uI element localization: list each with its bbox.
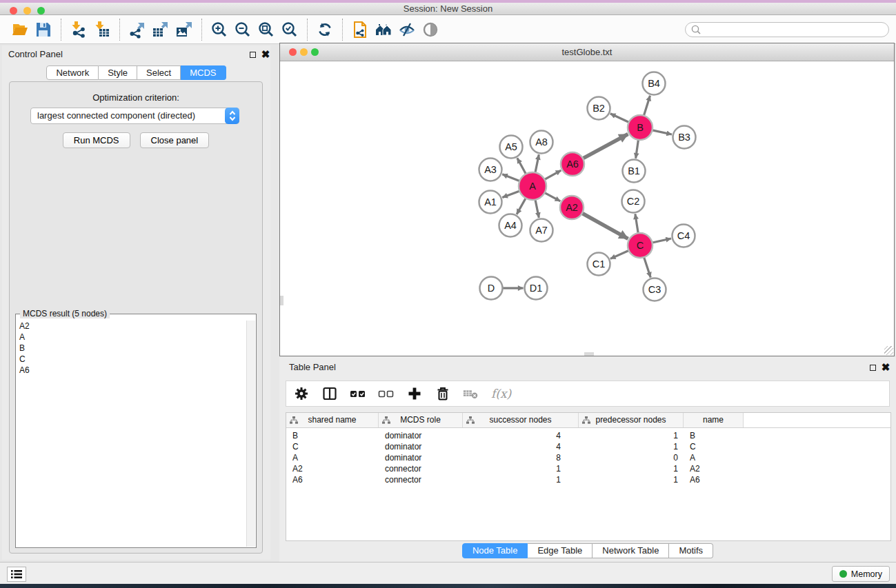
node-D[interactable]: D — [480, 277, 503, 300]
node-A6[interactable]: A6 — [561, 152, 584, 176]
node-B1[interactable]: B1 — [623, 160, 646, 183]
node-table[interactable]: shared nameMCDS rolesuccessor nodesprede… — [286, 412, 891, 541]
cell-shared-name[interactable]: A6 — [286, 474, 379, 485]
cell-name[interactable]: A6 — [684, 474, 744, 485]
cell-predecessor-nodes[interactable]: 1 — [579, 463, 684, 474]
edge-C-C2[interactable] — [635, 214, 639, 234]
node-B3[interactable]: B3 — [673, 126, 696, 149]
delete-table-icon[interactable] — [463, 385, 479, 402]
import-table-icon[interactable] — [90, 18, 114, 41]
mcds-result-list[interactable]: A2ABCA6 — [17, 321, 246, 547]
mcds-result-item[interactable]: A — [17, 332, 246, 343]
edge-A-A7[interactable] — [535, 199, 539, 218]
window-titlebar[interactable]: Session: New Session — [0, 3, 896, 15]
memory-button[interactable]: Memory — [832, 566, 890, 582]
edge-C-C1[interactable] — [610, 250, 630, 258]
cell-successor-nodes[interactable]: 4 — [463, 441, 579, 452]
column-header-predecessor-nodes[interactable]: predecessor nodes — [579, 413, 684, 427]
edge-A-A2[interactable] — [544, 192, 561, 201]
cell-shared-name[interactable]: B — [286, 430, 379, 441]
node-A1[interactable]: A1 — [479, 191, 502, 214]
node-A4[interactable]: A4 — [499, 214, 522, 237]
cell-name[interactable]: B — [684, 430, 744, 441]
table-row[interactable]: A2connector11A2 — [286, 463, 890, 474]
edge-C-C4[interactable] — [652, 239, 671, 243]
edge-A6-B[interactable] — [582, 134, 628, 159]
edge-A2-C[interactable] — [581, 213, 628, 239]
edge-A-A1[interactable] — [502, 191, 520, 198]
new-network-from-selection-icon[interactable] — [348, 18, 372, 41]
node-A3[interactable]: A3 — [479, 159, 502, 181]
close-panel-icon[interactable]: ✖ — [261, 50, 270, 59]
tab-network[interactable]: Network — [46, 65, 99, 80]
node-A7[interactable]: A7 — [530, 219, 553, 242]
show-graphics-details-icon[interactable] — [419, 18, 442, 41]
zoom-fit-icon[interactable] — [255, 18, 278, 41]
column-header-MCDS-role[interactable]: MCDS role — [379, 413, 463, 427]
edge-A-A3[interactable] — [502, 174, 520, 181]
cell-shared-name[interactable]: C — [286, 441, 379, 452]
edge-A-A4[interactable] — [517, 198, 526, 214]
run-mcds-button[interactable]: Run MCDS — [63, 132, 130, 148]
cell-successor-nodes[interactable]: 1 — [463, 463, 579, 474]
cell-MCDS-role[interactable]: dominator — [379, 452, 463, 463]
table-tab-node-table[interactable]: Node Table — [462, 543, 528, 558]
node-A2[interactable]: A2 — [560, 196, 584, 219]
first-neighbors-icon[interactable] — [372, 18, 395, 41]
node-B[interactable]: B — [628, 115, 653, 140]
cell-predecessor-nodes[interactable]: 1 — [579, 474, 684, 485]
save-session-icon[interactable] — [32, 18, 55, 41]
task-history-button[interactable] — [7, 567, 26, 582]
table-row[interactable]: Adominator80A — [286, 452, 890, 463]
column-header-shared-name[interactable]: shared name — [286, 413, 379, 427]
select-all-checkboxes-icon[interactable] — [350, 385, 366, 402]
float-table-panel-icon[interactable] — [868, 363, 877, 372]
cell-MCDS-role[interactable]: connector — [379, 474, 463, 485]
edge-B-B3[interactable] — [652, 130, 672, 134]
mcds-result-item[interactable]: B — [17, 343, 246, 354]
edge-B-B1[interactable] — [636, 139, 639, 159]
node-D1[interactable]: D1 — [525, 277, 548, 300]
deselect-all-checkboxes-icon[interactable] — [378, 385, 395, 402]
cell-MCDS-role[interactable]: dominator — [379, 441, 463, 452]
import-network-icon[interactable] — [67, 18, 90, 41]
edge-C-C3[interactable] — [644, 256, 650, 277]
edge-B-B2[interactable] — [610, 114, 630, 123]
table-tab-network-table[interactable]: Network Table — [593, 543, 669, 558]
cell-predecessor-nodes[interactable]: 1 — [579, 430, 684, 441]
cell-predecessor-nodes[interactable]: 1 — [579, 441, 684, 452]
mcds-result-item[interactable]: A6 — [17, 365, 246, 376]
node-A8[interactable]: A8 — [530, 131, 553, 154]
edge-A-A5[interactable] — [517, 158, 526, 174]
node-B4[interactable]: B4 — [643, 72, 666, 95]
cell-predecessor-nodes[interactable]: 0 — [579, 452, 684, 463]
column-header-name[interactable]: name — [684, 413, 744, 427]
node-B2[interactable]: B2 — [588, 97, 610, 120]
node-C4[interactable]: C4 — [673, 225, 695, 247]
cell-name[interactable]: A — [684, 452, 744, 463]
table-tab-motifs[interactable]: Motifs — [669, 543, 713, 558]
node-A[interactable]: A — [519, 172, 546, 200]
export-network-icon[interactable] — [126, 18, 149, 41]
refresh-icon[interactable] — [313, 18, 337, 41]
table-tab-edge-table[interactable]: Edge Table — [528, 543, 593, 558]
node-C3[interactable]: C3 — [644, 278, 666, 301]
table-settings-gear-icon[interactable] — [293, 385, 310, 402]
cell-MCDS-role[interactable]: connector — [379, 463, 463, 474]
network-window-titlebar[interactable]: testGlobe.txt — [280, 43, 894, 61]
zoom-selected-icon[interactable] — [278, 18, 301, 41]
cell-MCDS-role[interactable]: dominator — [379, 430, 463, 441]
node-C1[interactable]: C1 — [588, 253, 610, 276]
add-row-icon[interactable] — [406, 385, 423, 402]
window-resize-grip[interactable] — [884, 346, 893, 355]
search-input[interactable] — [685, 22, 889, 37]
hide-graphics-details-icon[interactable] — [395, 18, 419, 41]
mcds-result-scrollbar[interactable] — [246, 321, 255, 547]
open-file-icon[interactable] — [8, 18, 32, 41]
mcds-result-item[interactable]: A2 — [17, 321, 246, 332]
node-C[interactable]: C — [628, 233, 653, 258]
edge-B-B4[interactable] — [644, 96, 650, 116]
cell-shared-name[interactable]: A — [286, 452, 379, 463]
mcds-result-item[interactable]: C — [17, 354, 246, 365]
table-row[interactable]: A6connector11A6 — [286, 474, 890, 485]
